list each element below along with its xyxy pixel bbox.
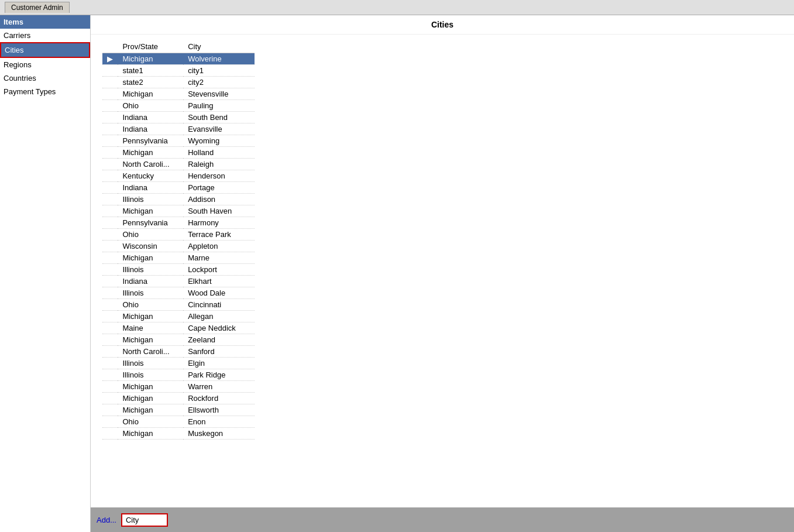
row-indicator <box>102 264 118 276</box>
sidebar-item-carriers[interactable]: Carriers <box>0 29 90 42</box>
row-state: Michigan <box>118 404 183 416</box>
row-indicator <box>102 159 118 170</box>
table-row[interactable]: IndianaElkhart <box>102 276 255 287</box>
row-indicator <box>102 381 118 393</box>
table-row[interactable]: PennsylvaniaWyoming <box>102 135 255 147</box>
row-city: South Bend <box>183 112 255 123</box>
row-indicator <box>102 241 118 252</box>
table-row[interactable]: IllinoisWood Dale <box>102 287 255 299</box>
table-row[interactable]: OhioTerrace Park <box>102 229 255 241</box>
row-state: Indiana <box>118 182 183 194</box>
cities-table: Prov/State City ▶MichiganWolverinestate1… <box>102 40 255 440</box>
add-link[interactable]: Add... <box>97 516 116 524</box>
indicator-col-header <box>102 40 118 53</box>
row-city: Pauling <box>183 100 255 112</box>
table-row[interactable]: IllinoisLockport <box>102 264 255 276</box>
table-row[interactable]: IndianaEvansville <box>102 123 255 135</box>
row-state: Michigan <box>118 381 183 393</box>
title-tab[interactable]: Customer Admin <box>5 2 70 13</box>
table-row[interactable]: WisconsinAppleton <box>102 241 255 252</box>
row-indicator: ▶ <box>102 53 118 65</box>
table-row[interactable]: IndianaSouth Bend <box>102 112 255 123</box>
table-row[interactable]: IllinoisElgin <box>102 358 255 369</box>
row-city: Enon <box>183 416 255 428</box>
row-state: North Caroli... <box>118 159 183 170</box>
row-city: Terrace Park <box>183 229 255 241</box>
row-state: Maine <box>118 322 183 334</box>
row-indicator <box>102 346 118 358</box>
row-city: Muskegon <box>183 428 255 440</box>
row-state: Wisconsin <box>118 241 183 252</box>
row-state: Michigan <box>118 334 183 346</box>
row-city: Holland <box>183 147 255 159</box>
row-state: Illinois <box>118 358 183 369</box>
row-state: Michigan <box>118 53 183 65</box>
row-indicator <box>102 182 118 194</box>
row-city: Zeeland <box>183 334 255 346</box>
table-row[interactable]: state2city2 <box>102 77 255 88</box>
row-city: Rockford <box>183 393 255 404</box>
row-indicator <box>102 369 118 381</box>
row-indicator <box>102 170 118 182</box>
sidebar-item-cities[interactable]: Cities <box>0 42 90 58</box>
table-row[interactable]: MichiganSouth Haven <box>102 205 255 217</box>
content-area: Cities Prov/State City ▶MichiganWolverin… <box>91 15 794 532</box>
table-row[interactable]: state1city1 <box>102 65 255 77</box>
state-col-header: Prov/State <box>118 40 183 53</box>
row-indicator <box>102 416 118 428</box>
table-row[interactable]: MichiganZeeland <box>102 334 255 346</box>
row-state: Pennsylvania <box>118 217 183 229</box>
sidebar-item-countries[interactable]: Countries <box>0 71 90 85</box>
row-state: Kentucky <box>118 170 183 182</box>
table-row[interactable]: IndianaPortage <box>102 182 255 194</box>
row-indicator <box>102 276 118 287</box>
table-row[interactable]: MichiganHolland <box>102 147 255 159</box>
table-row[interactable]: IllinoisPark Ridge <box>102 369 255 381</box>
city-input[interactable] <box>121 513 168 527</box>
row-indicator <box>102 135 118 147</box>
row-indicator <box>102 123 118 135</box>
row-state: Michigan <box>118 147 183 159</box>
table-row[interactable]: MichiganMuskegon <box>102 428 255 440</box>
row-city: Elgin <box>183 358 255 369</box>
row-indicator <box>102 112 118 123</box>
table-row[interactable]: MichiganAllegan <box>102 311 255 322</box>
row-indicator <box>102 404 118 416</box>
row-state: state2 <box>118 77 183 88</box>
row-city: Park Ridge <box>183 369 255 381</box>
table-row[interactable]: MichiganStevensville <box>102 88 255 100</box>
cities-panel-title: Cities <box>91 15 794 35</box>
row-state: Ohio <box>118 100 183 112</box>
sidebar-item-regions[interactable]: Regions <box>0 58 90 71</box>
table-row[interactable]: North Caroli...Sanford <box>102 346 255 358</box>
table-row[interactable]: IllinoisAddison <box>102 194 255 205</box>
table-row[interactable]: North Caroli...Raleigh <box>102 159 255 170</box>
table-row[interactable]: PennsylvaniaHarmony <box>102 217 255 229</box>
table-row[interactable]: OhioPauling <box>102 100 255 112</box>
row-city: Appleton <box>183 241 255 252</box>
row-indicator <box>102 217 118 229</box>
row-state: state1 <box>118 65 183 77</box>
sidebar-header: Items <box>0 15 90 29</box>
row-state: Illinois <box>118 369 183 381</box>
table-row[interactable]: OhioEnon <box>102 416 255 428</box>
row-state: Indiana <box>118 123 183 135</box>
row-city: Lockport <box>183 264 255 276</box>
row-indicator <box>102 88 118 100</box>
table-row[interactable]: MaineCape Neddick <box>102 322 255 334</box>
row-state: Indiana <box>118 276 183 287</box>
table-row[interactable]: MichiganWarren <box>102 381 255 393</box>
row-state: Pennsylvania <box>118 135 183 147</box>
table-row[interactable]: OhioCincinnati <box>102 299 255 311</box>
table-row[interactable]: MichiganEllsworth <box>102 404 255 416</box>
bottom-bar: Add... <box>91 507 794 532</box>
row-state: Ohio <box>118 229 183 241</box>
sidebar-item-payment-types[interactable]: Payment Types <box>0 85 90 98</box>
cities-table-container[interactable]: Prov/State City ▶MichiganWolverinestate1… <box>91 35 794 507</box>
table-row[interactable]: MichiganRockford <box>102 393 255 404</box>
table-row[interactable]: MichiganMarne <box>102 252 255 264</box>
row-city: city1 <box>183 65 255 77</box>
row-indicator <box>102 252 118 264</box>
table-row[interactable]: KentuckyHenderson <box>102 170 255 182</box>
table-row[interactable]: ▶MichiganWolverine <box>102 53 255 65</box>
